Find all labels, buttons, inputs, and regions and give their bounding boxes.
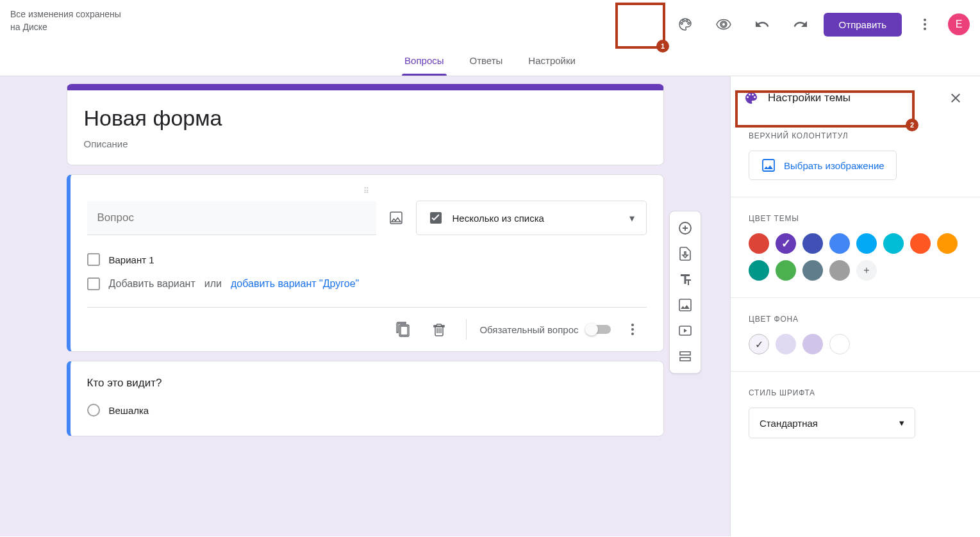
question-2-title[interactable]: Кто это видит? <box>87 377 647 390</box>
add-section-button[interactable] <box>674 345 697 368</box>
bg-color-swatch[interactable] <box>749 334 769 354</box>
question-type-dropdown[interactable]: Несколько из списка ▾ <box>416 201 647 235</box>
bg-color-swatch[interactable] <box>829 334 850 354</box>
section-title: СТИЛЬ ШРИФТА <box>749 388 962 397</box>
font-style-dropdown[interactable]: Стандартная ▾ <box>749 408 915 438</box>
import-icon <box>677 246 693 261</box>
import-questions-button[interactable] <box>674 242 697 265</box>
theme-color-swatch[interactable] <box>749 260 769 281</box>
annotation-badge-1: 1 <box>656 40 669 53</box>
undo-icon <box>754 17 770 32</box>
tab-settings[interactable]: Настройки <box>526 45 578 76</box>
question-card-2[interactable]: Кто это видит? Вешалка <box>67 361 664 436</box>
theme-color-swatch[interactable] <box>910 233 931 254</box>
add-title-button[interactable] <box>674 268 697 291</box>
section-title: ЦВЕТ ФОНА <box>749 315 962 324</box>
add-option-row: Добавить вариант или добавить вариант "Д… <box>87 277 647 290</box>
more-vert-icon <box>917 17 933 32</box>
bg-color-grid <box>749 334 962 354</box>
option-row-1[interactable]: Вариант 1 <box>87 253 647 266</box>
question-footer: Обязательный вопрос <box>87 307 647 343</box>
save-status: Все изменения сохранены на Диске <box>10 8 121 33</box>
app-header: Все изменения сохранены на Диске Отправи… <box>0 0 980 45</box>
undo-button[interactable] <box>747 9 777 40</box>
question-more-button[interactable] <box>619 315 647 343</box>
theme-color-swatch[interactable] <box>829 260 850 281</box>
radio-icon <box>87 404 100 417</box>
dropdown-arrow-icon: ▾ <box>629 212 635 224</box>
theme-color-swatch[interactable] <box>829 233 850 254</box>
question-card-1[interactable]: ⠿ Несколько из списка ▾ Вариант 1 <box>67 174 664 352</box>
more-vert-icon <box>625 322 640 337</box>
preview-button[interactable] <box>708 9 739 40</box>
theme-color-grid: + <box>749 233 962 281</box>
theme-color-swatch[interactable] <box>856 233 877 254</box>
section-icon <box>677 349 693 364</box>
image-icon <box>388 210 404 226</box>
checkbox-icon <box>87 253 100 266</box>
choose-image-button[interactable]: Выбрать изображение <box>749 151 897 180</box>
add-image-button[interactable] <box>388 210 404 226</box>
divider <box>466 319 467 340</box>
save-status-line2: на Диске <box>10 21 121 33</box>
drag-handle-icon[interactable]: ⠿ <box>87 186 647 195</box>
theme-panel: Настройки темы ВЕРХНИЙ КОЛОНТИТУЛ Выбрат… <box>730 76 980 536</box>
question-type-label: Несколько из списка <box>453 213 620 224</box>
or-text: или <box>204 278 222 290</box>
save-status-line1: Все изменения сохранены <box>10 8 121 21</box>
bg-color-swatch[interactable] <box>802 334 823 354</box>
text-icon <box>677 272 693 287</box>
tab-answers[interactable]: Ответы <box>467 45 506 76</box>
close-theme-panel-button[interactable] <box>944 87 967 110</box>
close-icon <box>948 90 963 106</box>
theme-color-swatch[interactable] <box>749 233 769 254</box>
theme-color-swatch[interactable] <box>937 233 958 254</box>
section-title: ВЕРХНИЙ КОЛОНТИТУЛ <box>749 131 962 140</box>
theme-color-swatch[interactable] <box>802 233 823 254</box>
add-question-button[interactable] <box>674 217 697 240</box>
annotation-highlight-1: 1 <box>615 3 665 49</box>
theme-color-swatch[interactable] <box>776 260 796 281</box>
theme-color-section: ЦВЕТ ТЕМЫ + <box>731 202 980 292</box>
form-description[interactable]: Описание <box>84 138 647 149</box>
add-custom-color-button[interactable]: + <box>856 260 877 281</box>
bg-color-section: ЦВЕТ ФОНА <box>731 303 980 366</box>
question-title-input[interactable] <box>87 201 376 235</box>
checkbox-icon <box>87 277 100 290</box>
form-canvas: Новая форма Описание ⠿ Несколько из спис… <box>0 76 730 536</box>
option-text[interactable]: Вешалка <box>109 405 149 416</box>
form-header-card[interactable]: Новая форма Описание <box>67 84 664 165</box>
theme-color-swatch[interactable] <box>776 233 796 254</box>
choose-image-label: Выбрать изображение <box>784 160 884 171</box>
add-option-link[interactable]: Добавить вариант <box>109 278 195 290</box>
account-avatar[interactable]: E <box>948 13 970 35</box>
tab-bar: Вопросы Ответы Настройки <box>0 45 980 76</box>
theme-color-swatch[interactable] <box>802 260 823 281</box>
option-row-q2-1[interactable]: Вешалка <box>87 404 647 417</box>
duplicate-button[interactable] <box>389 315 417 343</box>
add-image-button[interactable] <box>674 293 697 317</box>
add-video-button[interactable] <box>674 319 697 342</box>
redo-icon <box>793 17 808 32</box>
customize-theme-button[interactable] <box>670 9 701 40</box>
image-icon <box>761 158 776 173</box>
video-icon <box>677 323 693 338</box>
svg-point-6 <box>631 333 634 335</box>
annotation-highlight-2: 2 <box>735 90 915 128</box>
required-label: Обязательный вопрос <box>479 324 578 335</box>
tab-questions[interactable]: Вопросы <box>402 45 446 76</box>
redo-button[interactable] <box>785 9 816 40</box>
more-options-button[interactable] <box>909 9 940 40</box>
checkbox-icon <box>428 210 444 226</box>
option-text[interactable]: Вариант 1 <box>109 254 154 265</box>
bg-color-swatch[interactable] <box>776 334 796 354</box>
add-other-link[interactable]: добавить вариант "Другое" <box>231 278 359 290</box>
svg-rect-12 <box>763 160 774 171</box>
palette-icon <box>677 17 693 32</box>
form-title[interactable]: Новая форма <box>84 106 647 131</box>
theme-color-swatch[interactable] <box>883 233 904 254</box>
trash-icon <box>431 322 447 337</box>
send-button[interactable]: Отправить <box>824 13 902 37</box>
delete-button[interactable] <box>425 315 453 343</box>
required-toggle[interactable] <box>586 325 611 334</box>
